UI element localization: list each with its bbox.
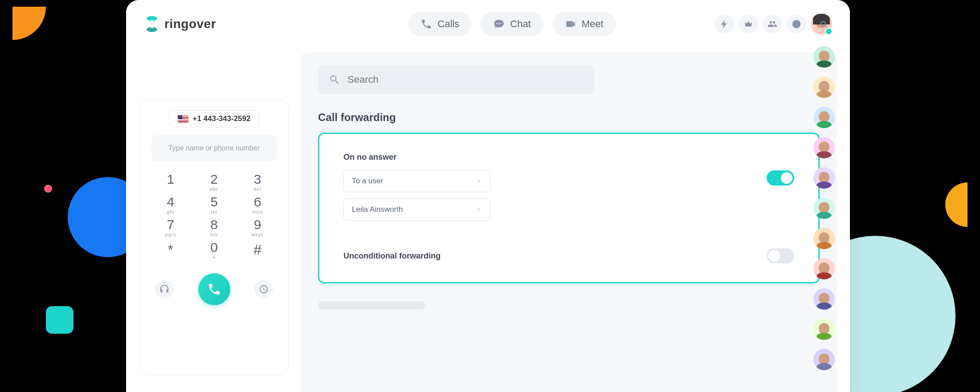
- nav-meet-label: Meet: [582, 18, 604, 30]
- settings-search[interactable]: [318, 65, 594, 94]
- deco-shape: [44, 185, 52, 193]
- crown-icon: [743, 19, 753, 29]
- contact-avatar[interactable]: [813, 46, 835, 68]
- keypad-key-0[interactable]: 0+: [199, 240, 230, 265]
- clock-icon: [259, 284, 269, 294]
- call-forwarding-card: On no answer To a user Leila Ainsworth U: [318, 133, 820, 283]
- sidebar-search-button[interactable]: [817, 18, 831, 32]
- chart-button[interactable]: [787, 14, 806, 34]
- keypad-key-#[interactable]: #: [242, 240, 273, 265]
- unconditional-label: Unconditional forwarding: [343, 251, 441, 261]
- logo-icon: [144, 16, 160, 32]
- call-button[interactable]: [198, 273, 230, 305]
- main-content: Call forwarding On no answer To a user L…: [301, 53, 837, 392]
- contact-avatar[interactable]: [813, 137, 835, 158]
- chevron-right-icon: [476, 178, 482, 184]
- nav-chat[interactable]: Chat: [481, 12, 543, 36]
- current-number: +1 443-343-2592: [193, 114, 251, 123]
- search-icon: [329, 74, 340, 85]
- chart-icon: [792, 19, 801, 29]
- chevron-right-icon: [476, 206, 482, 213]
- keypad-key-*[interactable]: *: [155, 240, 186, 265]
- keypad: 1 2abc3def4ghi5jkl6mno7pqrs8tuv9wxyz* 0+…: [151, 172, 277, 265]
- unconditional-toggle[interactable]: [767, 248, 794, 263]
- contact-avatar[interactable]: [813, 288, 835, 310]
- contact-avatar[interactable]: [813, 319, 835, 340]
- forward-user-value: Leila Ainsworth: [352, 205, 403, 214]
- keypad-key-6[interactable]: 6mno: [242, 194, 273, 214]
- keypad-key-4[interactable]: 4ghi: [155, 194, 186, 214]
- contact-avatar[interactable]: [813, 167, 835, 189]
- svg-point-0: [497, 23, 498, 24]
- keypad-key-3[interactable]: 3def: [242, 172, 273, 192]
- svg-point-2: [500, 23, 502, 24]
- on-no-answer-toggle[interactable]: [767, 170, 794, 186]
- headset-button[interactable]: [155, 280, 174, 299]
- people-button[interactable]: [763, 14, 782, 34]
- current-number-chip[interactable]: +1 443-343-2592: [169, 110, 259, 127]
- keypad-key-9[interactable]: 9wxyz: [242, 217, 273, 237]
- keypad-key-5[interactable]: 5jkl: [199, 194, 230, 214]
- keypad-key-7[interactable]: 7pqrs: [155, 217, 186, 237]
- chat-icon: [493, 18, 505, 30]
- on-no-answer-label: On no answer: [343, 153, 490, 162]
- bolt-button[interactable]: [715, 14, 734, 34]
- forward-user-select[interactable]: Leila Ainsworth: [343, 198, 490, 221]
- keypad-key-8[interactable]: 8tuv: [199, 217, 230, 237]
- contact-avatar[interactable]: [813, 77, 835, 98]
- brand-name: ringover: [164, 17, 216, 31]
- contact-avatar[interactable]: [813, 107, 835, 128]
- deco-shape: [46, 306, 74, 334]
- nav-chat-label: Chat: [510, 18, 531, 30]
- nav-calls-label: Calls: [437, 18, 459, 30]
- dial-input[interactable]: Type name or phone number: [151, 135, 277, 161]
- contact-avatar[interactable]: [813, 258, 835, 279]
- brand-logo[interactable]: ringover: [144, 16, 216, 32]
- main-nav: Calls Chat Meet: [314, 12, 616, 36]
- nav-meet[interactable]: Meet: [552, 12, 616, 36]
- search-icon: [819, 20, 829, 30]
- keypad-key-1[interactable]: 1: [155, 172, 186, 192]
- forward-type-value: To a user: [352, 177, 383, 186]
- deco-shape: [12, 7, 46, 40]
- phone-icon: [421, 18, 432, 30]
- contact-avatar[interactable]: [813, 228, 835, 249]
- contacts-sidebar: [812, 18, 837, 370]
- contact-avatar[interactable]: [813, 349, 835, 370]
- deco-shape: [945, 182, 968, 227]
- forward-type-select[interactable]: To a user: [343, 170, 490, 192]
- app-window: ringover Calls Chat Meet: [126, 0, 850, 392]
- headset-icon: [159, 284, 169, 294]
- keypad-key-2[interactable]: 2abc: [199, 172, 230, 192]
- settings-search-input[interactable]: [347, 74, 584, 85]
- phone-icon: [207, 282, 221, 296]
- dialer-panel: +1 443-343-2592 Type name or phone numbe…: [139, 99, 289, 375]
- video-icon: [565, 18, 576, 30]
- app-header: ringover Calls Chat Meet: [126, 0, 850, 48]
- snooze-button[interactable]: [254, 280, 273, 299]
- loading-placeholder: [318, 301, 425, 309]
- section-title: Call forwarding: [318, 111, 820, 124]
- contact-avatar[interactable]: [813, 198, 835, 219]
- crown-button[interactable]: [739, 14, 758, 34]
- people-icon: [768, 19, 777, 29]
- nav-calls[interactable]: Calls: [408, 12, 472, 36]
- bolt-icon: [719, 19, 729, 29]
- svg-point-1: [498, 23, 500, 24]
- us-flag-icon: [178, 115, 188, 123]
